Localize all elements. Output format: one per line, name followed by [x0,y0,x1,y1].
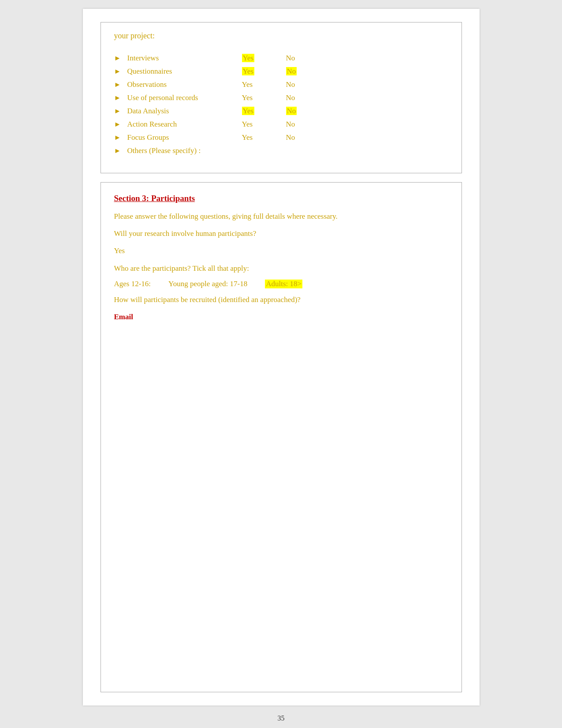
section3-answer3: Email [114,311,448,323]
section3-question1: Will your research involve human partici… [114,228,448,239]
arrow-icon: ► [114,120,123,128]
method-label: Questionnaires [127,67,242,76]
arrow-icon: ► [114,81,123,89]
page-container: your project: ► Interviews Yes No ► Ques… [83,9,480,706]
arrow-icon: ► [114,54,123,62]
method-label: Focus Groups [127,133,242,142]
method-label: Interviews [127,54,242,63]
list-item: ► Use of personal records Yes No [114,93,448,102]
ages-label: Ages 12-16: [114,280,151,288]
young-people-label: Young people aged: 17-18 [168,280,247,288]
yes-value: Yes [242,54,286,63]
adults-label: Adults: 18> [265,280,302,288]
yes-value: Yes [242,107,286,116]
method-label: Use of personal records [127,93,242,102]
section3-answer1: Yes [114,245,448,257]
top-section: your project: ► Interviews Yes No ► Ques… [100,22,462,173]
arrow-icon: ► [114,94,123,102]
method-label: Action Research [127,120,242,129]
method-label: Observations [127,80,242,89]
methods-list: ► Interviews Yes No ► Questionnaires Yes… [114,54,448,155]
no-value: No [286,54,295,63]
list-item: ► Action Research Yes No [114,120,448,129]
method-label: Others (Please specify) : [127,146,242,155]
yes-value: Yes [242,133,286,142]
yes-value: Yes [242,80,286,89]
list-item: ► Others (Please specify) : [114,146,448,155]
no-value: No [286,67,297,76]
list-item: ► Data Analysis Yes No [114,107,448,116]
arrow-icon: ► [114,67,123,75]
list-item: ► Focus Groups Yes No [114,133,448,142]
method-label: Data Analysis [127,107,242,116]
page-number: 35 [278,714,285,727]
yes-value: Yes [242,120,286,129]
no-value: No [286,120,295,129]
section3-question2: Who are the participants? Tick all that … [114,262,448,274]
list-item: ► Observations Yes No [114,80,448,89]
no-value: No [286,93,295,102]
list-item: ► Questionnaires Yes No [114,67,448,76]
section3-title: Section 3: Participants [114,194,448,203]
arrow-icon: ► [114,134,123,142]
section3-question3: How will participants be recruited (iden… [114,294,448,306]
no-value: No [286,107,297,116]
ages-line: Ages 12-16: Young people aged: 17-18 Adu… [114,280,448,288]
yes-value: Yes [242,67,286,76]
no-value: No [286,133,295,142]
list-item: ► Interviews Yes No [114,54,448,63]
yes-value: Yes [242,93,286,102]
arrow-icon: ► [114,147,123,155]
section3-intro: Please answer the following questions, g… [114,210,448,222]
no-value: No [286,80,295,89]
arrow-icon: ► [114,107,123,115]
bottom-section: Section 3: Participants Please answer th… [100,182,462,692]
your-project-label: your project: [114,31,448,41]
